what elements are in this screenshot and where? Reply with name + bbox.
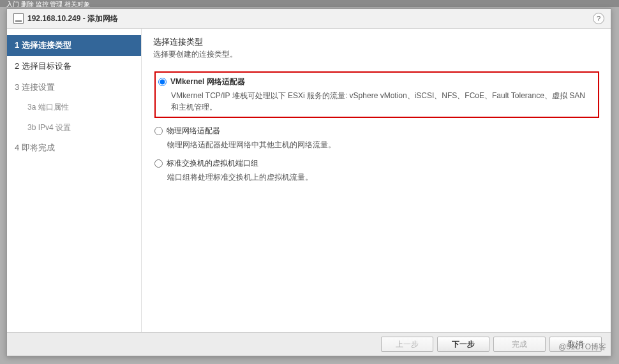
title-suffix: - 添加网络 bbox=[80, 14, 118, 23]
wizard-step-4[interactable]: 4 即将完成 bbox=[7, 138, 141, 159]
opt-physical[interactable]: 物理网络适配器物理网络适配器处理网络中其他主机的网络流量。 bbox=[154, 126, 599, 150]
dialog-footer: 上一步 下一步 完成 取消 bbox=[7, 332, 611, 356]
help-icon[interactable]: ? bbox=[593, 13, 604, 24]
wizard-step-label: 端口属性 bbox=[38, 103, 69, 112]
opt-portgroup-radio[interactable] bbox=[154, 159, 163, 168]
wizard-step-label: 连接设置 bbox=[22, 82, 55, 92]
highlighted-option-box: VMkernel 网络适配器VMkernel TCP/IP 堆栈可处理以下 ES… bbox=[154, 71, 599, 118]
opt-vmkernel-label: VMkernel 网络适配器 bbox=[170, 76, 245, 87]
wizard-step-label: 即将完成 bbox=[22, 143, 55, 152]
opt-portgroup-desc: 端口组将处理标准交换机上的虚拟机流量。 bbox=[167, 171, 599, 183]
top-tabs-text: 入门 删除 监控 管理 相关对象 bbox=[6, 1, 90, 7]
wizard-step-2[interactable]: 2 选择目标设备 bbox=[7, 56, 141, 77]
opt-vmkernel[interactable]: VMkernel 网络适配器VMkernel TCP/IP 堆栈可处理以下 ES… bbox=[154, 71, 599, 118]
wizard-step-1[interactable]: 1 选择连接类型 bbox=[7, 35, 141, 56]
add-network-dialog: 192.168.10.249 - 添加网络 ? 1 选择连接类型2 选择目标设备… bbox=[6, 8, 611, 356]
title-host-ip: 192.168.10.249 bbox=[27, 14, 80, 23]
connection-type-options: VMkernel 网络适配器VMkernel TCP/IP 堆栈可处理以下 ES… bbox=[154, 71, 599, 183]
wizard-step-label: IPv4 设置 bbox=[38, 123, 71, 132]
opt-physical-desc: 物理网络适配器处理网络中其他主机的网络流量。 bbox=[167, 139, 599, 150]
parent-tab-strip: 入门 删除 监控 管理 相关对象 bbox=[0, 0, 619, 7]
wizard-step-3b[interactable]: 3b IPv4 设置 bbox=[7, 118, 141, 138]
wizard-content: 选择连接类型 选择要创建的连接类型。 VMkernel 网络适配器VMkerne… bbox=[142, 29, 611, 332]
wizard-step-label: 选择目标设备 bbox=[22, 61, 71, 71]
opt-physical-label: 物理网络适配器 bbox=[167, 126, 220, 136]
back-button: 上一步 bbox=[381, 337, 433, 352]
wizard-step-3a[interactable]: 3a 端口属性 bbox=[7, 98, 141, 117]
cancel-button[interactable]: 取消 bbox=[549, 337, 602, 352]
wizard-step-label: 选择连接类型 bbox=[22, 40, 71, 50]
opt-physical-radio[interactable] bbox=[154, 127, 163, 135]
opt-portgroup[interactable]: 标准交换机的虚拟机端口组端口组将处理标准交换机上的虚拟机流量。 bbox=[154, 158, 599, 183]
finish-button: 完成 bbox=[493, 337, 546, 352]
next-button[interactable]: 下一步 bbox=[437, 337, 489, 352]
wizard-sidebar: 1 选择连接类型2 选择目标设备3 连接设置3a 端口属性3b IPv4 设置4… bbox=[7, 29, 142, 332]
content-heading: 选择连接类型 bbox=[153, 36, 599, 48]
opt-vmkernel-desc: VMkernel TCP/IP 堆栈可处理以下 ESXi 服务的流量: vSph… bbox=[171, 90, 593, 113]
opt-portgroup-label: 标准交换机的虚拟机端口组 bbox=[167, 158, 258, 169]
dialog-titlebar: 192.168.10.249 - 添加网络 ? bbox=[7, 9, 611, 29]
host-icon bbox=[13, 13, 24, 24]
opt-vmkernel-radio[interactable] bbox=[158, 78, 167, 86]
wizard-step-3[interactable]: 3 连接设置 bbox=[7, 77, 141, 98]
content-subheading: 选择要创建的连接类型。 bbox=[153, 49, 599, 60]
